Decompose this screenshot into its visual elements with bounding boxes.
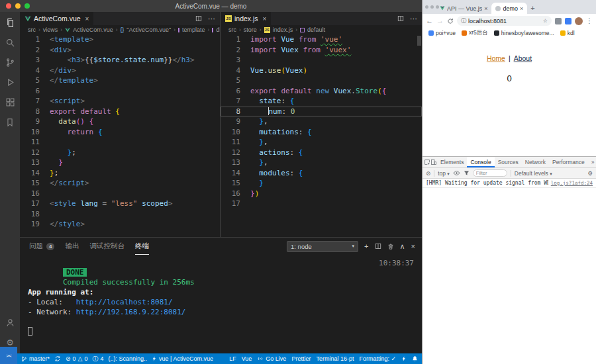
vscode-titlebar[interactable]: ActiveCom.vue — demo bbox=[0, 0, 422, 12]
code-line[interactable]: 14}; bbox=[20, 168, 220, 179]
extension-icon[interactable] bbox=[555, 18, 562, 24]
breadcrumb-item[interactable]: src bbox=[228, 26, 236, 33]
home-link[interactable]: Home bbox=[487, 54, 505, 62]
code-line[interactable]: 3 bbox=[221, 55, 422, 66]
tab-activecom-vue[interactable]: ActiveCom.vue × bbox=[20, 12, 93, 25]
code-line[interactable]: 3 <h3>{{$store.state.num}}</h3> bbox=[20, 55, 220, 66]
explorer-icon[interactable] bbox=[5, 17, 16, 28]
editor-index-js[interactable]: 1import Vue from 'vue'2import Vuex from … bbox=[221, 34, 422, 237]
git-branch-status[interactable]: master* bbox=[21, 355, 50, 363]
code-line[interactable]: 8 num: 0 bbox=[221, 107, 422, 117]
about-link[interactable]: About bbox=[514, 54, 532, 62]
local-url-link[interactable]: http://localhost:8081/ bbox=[76, 298, 173, 306]
close-window-button[interactable] bbox=[6, 3, 11, 9]
go-live-button[interactable]: Go Live bbox=[257, 355, 286, 362]
code-line[interactable]: 4Vue.use(Vuex) bbox=[221, 66, 422, 76]
code-line[interactable]: 6export default new Vuex.Store({ bbox=[221, 86, 422, 97]
code-line[interactable]: 1import Vue from 'vue' bbox=[221, 34, 422, 45]
maximize-panel-icon[interactable]: ∧ bbox=[400, 242, 405, 251]
breadcrumb-item[interactable]: template bbox=[182, 26, 205, 33]
search-icon[interactable] bbox=[5, 37, 16, 48]
split-editor-icon[interactable] bbox=[397, 15, 404, 22]
extensions-icon[interactable] bbox=[5, 97, 16, 108]
profile-avatar[interactable] bbox=[575, 17, 583, 25]
code-line[interactable]: 9 data() { bbox=[20, 116, 220, 127]
tab-api-vuejs[interactable]: API — Vue.js × bbox=[436, 3, 491, 14]
inspect-element-icon[interactable] bbox=[424, 159, 430, 165]
code-line[interactable]: 1<template> bbox=[20, 34, 220, 45]
sync-icon[interactable] bbox=[54, 355, 61, 362]
breadcrumb-item[interactable]: default bbox=[307, 26, 325, 33]
code-line[interactable]: 18 bbox=[20, 209, 220, 220]
breadcrumb-item[interactable]: ActiveCom.vue bbox=[73, 26, 113, 33]
close-window-button[interactable] bbox=[425, 5, 428, 9]
tab-demo[interactable]: demo × bbox=[491, 3, 527, 14]
notifications-bell-icon[interactable] bbox=[412, 355, 418, 362]
zoom-window-button[interactable] bbox=[436, 5, 439, 9]
code-line[interactable]: 7<script> bbox=[20, 96, 220, 107]
new-terminal-icon[interactable]: + bbox=[364, 242, 368, 250]
close-panel-icon[interactable]: × bbox=[411, 242, 415, 250]
code-line[interactable]: 12 }; bbox=[20, 148, 220, 158]
eol-indicator[interactable]: LF bbox=[229, 355, 236, 362]
network-url-link[interactable]: http://192.168.9.22:8081/ bbox=[76, 308, 186, 316]
source-control-icon[interactable] bbox=[5, 57, 16, 68]
code-line[interactable]: 5 bbox=[221, 75, 422, 86]
code-line[interactable]: 15</script> bbox=[20, 178, 220, 189]
code-line[interactable]: 17 bbox=[221, 199, 422, 209]
console-context-select[interactable]: top ▾ bbox=[438, 170, 450, 177]
split-terminal-icon[interactable] bbox=[375, 243, 381, 250]
tab-problems[interactable]: 问题 4 bbox=[29, 238, 54, 255]
back-icon[interactable]: ← bbox=[426, 17, 433, 24]
more-tabs-icon[interactable]: » bbox=[588, 157, 596, 167]
code-line[interactable]: 15 } bbox=[221, 178, 422, 189]
language-mode-indicator[interactable]: Vue bbox=[242, 355, 252, 362]
breadcrumb-item[interactable]: store bbox=[244, 26, 257, 33]
more-actions-icon[interactable]: ⋯ bbox=[410, 15, 417, 23]
close-tab-icon[interactable]: × bbox=[484, 5, 487, 12]
close-tab-icon[interactable]: × bbox=[263, 15, 267, 23]
close-tab-icon[interactable]: × bbox=[85, 15, 89, 23]
code-line[interactable]: 4</div> bbox=[20, 66, 220, 76]
more-actions-icon[interactable]: ⋯ bbox=[208, 15, 215, 23]
split-editor-icon[interactable] bbox=[195, 15, 202, 22]
code-line[interactable]: 11 bbox=[20, 137, 220, 148]
breadcrumb-item[interactable]: "ActiveCom.vue" bbox=[126, 26, 171, 33]
editor-scrollbar[interactable] bbox=[417, 36, 421, 46]
code-line[interactable]: 19</style> bbox=[20, 219, 220, 230]
bookmark-item[interactable]: hinesboy/awesome... bbox=[494, 30, 554, 36]
console-settings-gear-icon[interactable]: ⚙ bbox=[587, 170, 593, 177]
bookmarks-icon[interactable] bbox=[5, 116, 16, 128]
bookmark-star-icon[interactable]: ☆ bbox=[543, 18, 548, 24]
tab-terminal[interactable]: 终端 bbox=[135, 238, 149, 255]
terminal-output[interactable]: DONE Compiled successfully in 256ms 10:3… bbox=[28, 257, 415, 352]
feedback-icon[interactable] bbox=[401, 355, 407, 362]
device-toolbar-icon[interactable] bbox=[430, 159, 437, 165]
remote-indicator[interactable]: >< bbox=[0, 347, 17, 364]
code-line[interactable]: 5</template> bbox=[20, 75, 220, 86]
filter-funnel-icon[interactable] bbox=[464, 170, 470, 176]
new-tab-button[interactable]: + bbox=[530, 4, 534, 12]
code-line[interactable]: 13 }, bbox=[221, 158, 422, 168]
code-line[interactable]: 9 }, bbox=[221, 116, 422, 127]
site-info-icon[interactable]: ⓘ bbox=[461, 17, 466, 24]
code-line[interactable]: 13 } bbox=[20, 158, 220, 168]
account-icon[interactable] bbox=[5, 317, 16, 328]
tab-output[interactable]: 输出 bbox=[65, 238, 79, 255]
code-line[interactable]: 14 modules: { bbox=[221, 168, 422, 179]
code-line[interactable]: 6 bbox=[20, 86, 220, 97]
code-line[interactable]: 2<div> bbox=[20, 45, 220, 56]
terminal-font-status[interactable]: Terminal 16-pt bbox=[316, 355, 354, 362]
bookmark-item[interactable]: poi+vue bbox=[428, 30, 456, 36]
chrome-menu-icon[interactable]: ⋮ bbox=[586, 17, 593, 24]
log-levels-select[interactable]: Default levels ▾ bbox=[515, 170, 552, 177]
console-source-link[interactable]: log.js?1afd:24 bbox=[551, 180, 593, 186]
minimize-window-button[interactable] bbox=[15, 3, 21, 9]
tab-console[interactable]: Console bbox=[467, 157, 494, 167]
code-line[interactable]: 2import Vuex from 'vuex' bbox=[221, 45, 422, 56]
breadcrumb[interactable]: src › store › JS index.js › default bbox=[221, 25, 422, 34]
bookmark-item[interactable]: xr5后台 bbox=[462, 29, 488, 37]
kill-terminal-icon[interactable] bbox=[387, 243, 394, 250]
minimize-window-button[interactable] bbox=[430, 5, 434, 9]
problems-status[interactable]: ⊘ 0 △ 0 bbox=[66, 355, 88, 362]
